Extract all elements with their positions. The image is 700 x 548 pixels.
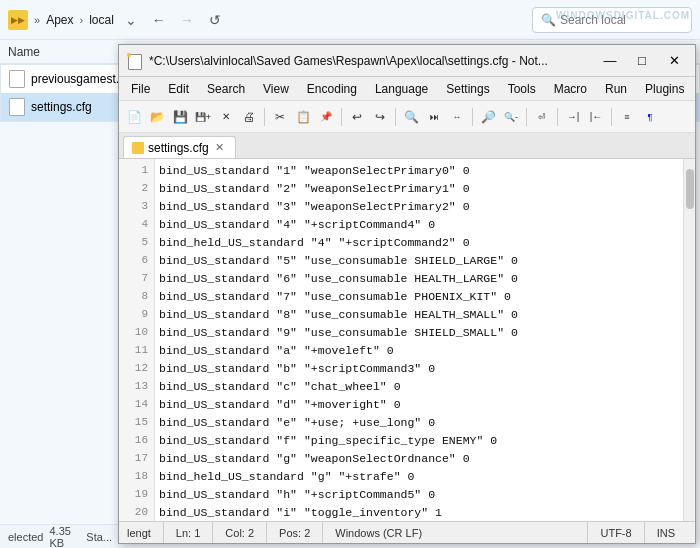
line-number: 16 bbox=[119, 431, 154, 449]
scrollbar-vertical[interactable] bbox=[683, 159, 695, 521]
breadcrumb-sep1: » bbox=[34, 14, 40, 26]
code-line: bind_held_US_standard "4" "+scriptComman… bbox=[159, 233, 679, 251]
toolbar-outdent[interactable]: |← bbox=[585, 106, 607, 128]
notepad-menubar: File Edit Search View Encoding Language … bbox=[119, 77, 695, 101]
toolbar-new[interactable]: 📄 bbox=[123, 106, 145, 128]
toolbar-replace[interactable]: ↔ bbox=[446, 106, 468, 128]
notepad-titlebar: *C:\Users\alvinlocal\Saved Games\Respawn… bbox=[119, 45, 695, 77]
menu-macro[interactable]: Macro bbox=[546, 80, 595, 98]
line-number: 8 bbox=[119, 287, 154, 305]
tab-close-btn[interactable]: ✕ bbox=[213, 141, 227, 155]
toolbar-sep3 bbox=[395, 108, 396, 126]
menu-view[interactable]: View bbox=[255, 80, 297, 98]
code-line: bind_US_standard "3" "weaponSelectPrimar… bbox=[159, 197, 679, 215]
line-number: 6 bbox=[119, 251, 154, 269]
forward-btn[interactable]: → bbox=[176, 9, 198, 31]
file-name-settings: settings.cfg bbox=[31, 100, 92, 114]
code-line: bind_US_standard "2" "weaponSelectPrimar… bbox=[159, 179, 679, 197]
line-number: 12 bbox=[119, 359, 154, 377]
explorer-statusbar: elected 4.35 KB Sta... bbox=[0, 524, 120, 548]
toolbar-sep7 bbox=[611, 108, 612, 126]
code-area[interactable]: 123456789101112131415161718192021 bind_U… bbox=[119, 159, 695, 521]
toolbar-save[interactable]: 💾 bbox=[169, 106, 191, 128]
menu-edit[interactable]: Edit bbox=[160, 80, 197, 98]
toolbar-paste[interactable]: 📌 bbox=[315, 106, 337, 128]
toolbar-saveas[interactable]: 💾+ bbox=[192, 106, 214, 128]
toolbar-zoomin[interactable]: 🔎 bbox=[477, 106, 499, 128]
code-line: bind_US_standard "9" "use_consumable SHI… bbox=[159, 323, 679, 341]
toolbar-open[interactable]: 📂 bbox=[146, 106, 168, 128]
menu-tools[interactable]: Tools bbox=[500, 80, 544, 98]
toolbar-print[interactable]: 🖨 bbox=[238, 106, 260, 128]
toolbar-wrap[interactable]: ⏎ bbox=[531, 106, 553, 128]
status-ln: Ln: 1 bbox=[164, 522, 213, 543]
scrollbar-thumb[interactable] bbox=[686, 169, 694, 209]
status-selected: elected bbox=[8, 531, 43, 543]
line-number: 19 bbox=[119, 485, 154, 503]
tab-file-icon bbox=[132, 142, 144, 154]
status-length-text: lengt bbox=[127, 527, 151, 539]
code-line: bind_US_standard "5" "use_consumable SHI… bbox=[159, 251, 679, 269]
tab-settings-cfg[interactable]: settings.cfg ✕ bbox=[123, 136, 236, 158]
status-pos-text: Pos: 2 bbox=[279, 527, 310, 539]
toolbar-cut[interactable]: ✂ bbox=[269, 106, 291, 128]
toolbar-copy[interactable]: 📋 bbox=[292, 106, 314, 128]
menu-language[interactable]: Language bbox=[367, 80, 436, 98]
code-line: bind_US_standard "a" "+moveleft" 0 bbox=[159, 341, 679, 359]
status-eol: Windows (CR LF) bbox=[323, 522, 588, 543]
watermark: WINDOWSDIGITAL.COM bbox=[556, 10, 690, 21]
toolbar-find[interactable]: 🔍 bbox=[400, 106, 422, 128]
line-number: 5 bbox=[119, 233, 154, 251]
line-number: 17 bbox=[119, 449, 154, 467]
file-name-previousgames: previousgamest... bbox=[31, 72, 126, 86]
toolbar-redo[interactable]: ↪ bbox=[369, 106, 391, 128]
toolbar-indent[interactable]: →| bbox=[562, 106, 584, 128]
menu-plugins[interactable]: Plugins bbox=[637, 80, 692, 98]
status-state: Sta... bbox=[86, 531, 112, 543]
toolbar-findnext[interactable]: ⏭ bbox=[423, 106, 445, 128]
notepad-app-icon bbox=[127, 53, 143, 69]
toolbar-extra2[interactable]: ¶ bbox=[639, 106, 661, 128]
breadcrumb-local[interactable]: local bbox=[89, 13, 114, 27]
breadcrumb-apex[interactable]: Apex bbox=[46, 13, 73, 27]
col-name-label: Name bbox=[8, 45, 128, 59]
code-content[interactable]: bind_US_standard "1" "weaponSelectPrimar… bbox=[155, 159, 683, 521]
code-line: bind_US_standard "4" "+scriptCommand4" 0 bbox=[159, 215, 679, 233]
minimize-btn[interactable]: — bbox=[597, 51, 623, 71]
menu-settings[interactable]: Settings bbox=[438, 80, 497, 98]
toolbar-zoomout[interactable]: 🔍- bbox=[500, 106, 522, 128]
line-number: 2 bbox=[119, 179, 154, 197]
code-line: bind_US_standard "g" "weaponSelectOrdnan… bbox=[159, 449, 679, 467]
search-icon: 🔍 bbox=[541, 13, 556, 27]
toolbar-extra1[interactable]: ≡ bbox=[616, 106, 638, 128]
toolbar-sep4 bbox=[472, 108, 473, 126]
status-encoding: UTF-8 bbox=[588, 522, 644, 543]
line-number: 20 bbox=[119, 503, 154, 521]
refresh-btn[interactable]: ↺ bbox=[204, 9, 226, 31]
toolbar-close[interactable]: ✕ bbox=[215, 106, 237, 128]
toolbar-sep1 bbox=[264, 108, 265, 126]
code-line: bind_US_standard "c" "chat_wheel" 0 bbox=[159, 377, 679, 395]
code-line: bind_US_standard "6" "use_consumable HEA… bbox=[159, 269, 679, 287]
status-ins-text: INS bbox=[657, 527, 675, 539]
toolbar-sep6 bbox=[557, 108, 558, 126]
notepad-window: *C:\Users\alvinlocal\Saved Games\Respawn… bbox=[118, 44, 696, 544]
code-line: bind_US_standard "h" "+scriptCommand5" 0 bbox=[159, 485, 679, 503]
menu-encoding[interactable]: Encoding bbox=[299, 80, 365, 98]
dropdown-btn[interactable]: ⌄ bbox=[120, 9, 142, 31]
menu-run[interactable]: Run bbox=[597, 80, 635, 98]
line-number: 13 bbox=[119, 377, 154, 395]
line-number: 3 bbox=[119, 197, 154, 215]
maximize-btn[interactable]: □ bbox=[629, 51, 655, 71]
menu-search[interactable]: Search bbox=[199, 80, 253, 98]
toolbar-sep2 bbox=[341, 108, 342, 126]
back-btn[interactable]: ← bbox=[148, 9, 170, 31]
line-number: 18 bbox=[119, 467, 154, 485]
line-numbers: 123456789101112131415161718192021 bbox=[119, 159, 155, 521]
toolbar-undo[interactable]: ↩ bbox=[346, 106, 368, 128]
status-col: Col: 2 bbox=[213, 522, 267, 543]
menu-file[interactable]: File bbox=[123, 80, 158, 98]
code-line: bind_US_standard "e" "+use; +use_long" 0 bbox=[159, 413, 679, 431]
close-btn[interactable]: ✕ bbox=[661, 51, 687, 71]
menu-window[interactable]: Window bbox=[694, 80, 700, 98]
